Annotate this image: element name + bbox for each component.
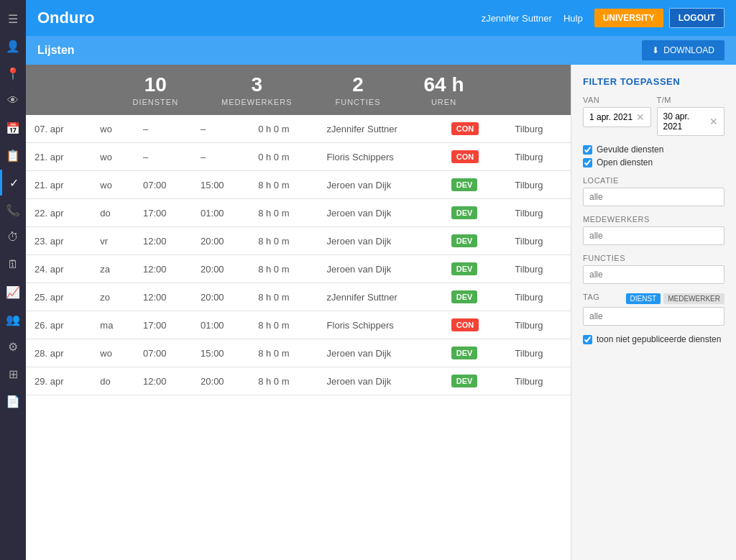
filter-panel: FILTER TOEPASSEN VAN 1 apr. 2021 ✕ T/M 3… xyxy=(571,65,736,560)
locatie-label: LOCATIE xyxy=(583,176,724,185)
cell-start: – xyxy=(134,115,192,143)
cell-day: wo xyxy=(91,171,134,199)
badge-dev: DEV xyxy=(451,290,478,303)
diensten-checkboxes: Gevulde diensten Open diensten xyxy=(583,144,724,167)
cell-start: 12:00 xyxy=(134,255,192,283)
cell-day: wo xyxy=(91,339,134,367)
sidebar-item-check[interactable]: ✓ xyxy=(0,170,26,196)
cell-day: wo xyxy=(91,143,134,171)
table-row[interactable]: 25. apr zo 12:00 20:00 8 h 0 m zJennifer… xyxy=(26,283,571,311)
tm-col: T/M 30 apr. 2021 ✕ xyxy=(657,96,725,136)
cell-start: 07:00 xyxy=(134,339,192,367)
badge-dev: DEV xyxy=(451,206,478,219)
tm-clear-icon[interactable]: ✕ xyxy=(709,116,718,127)
cell-duration: 8 h 0 m xyxy=(249,171,318,199)
cell-date: 28. apr xyxy=(26,339,91,367)
tag-input[interactable] xyxy=(583,307,724,326)
cell-start: – xyxy=(134,143,192,171)
stat-medewerkers: 3 MEDEWERKERS xyxy=(221,73,292,106)
header: Onduro zJennifer Suttner Hulp UNIVERSITY… xyxy=(26,0,736,36)
cell-duration: 0 h 0 m xyxy=(249,143,318,171)
table-row[interactable]: 26. apr ma 17:00 01:00 8 h 0 m Floris Sc… xyxy=(26,311,571,339)
sidebar-item-location[interactable]: 📍 xyxy=(0,60,26,86)
stat-functies-label: FUNCTIES xyxy=(336,98,381,106)
logout-button[interactable]: LOGOUT xyxy=(669,8,724,28)
tag-label: TAG xyxy=(583,293,599,301)
cell-badge: CON xyxy=(443,143,506,171)
download-button[interactable]: ⬇ DOWNLOAD xyxy=(642,40,724,60)
badge-dev: DEV xyxy=(451,234,478,247)
cell-name: Floris Schippers xyxy=(318,311,443,339)
sub-header: Lijsten ⬇ DOWNLOAD xyxy=(26,36,736,65)
tm-label: T/M xyxy=(657,96,725,104)
sidebar-item-schedule[interactable]: 🗓 xyxy=(0,252,26,277)
van-input[interactable]: 1 apr. 2021 ✕ xyxy=(583,107,651,127)
table-row[interactable]: 24. apr za 12:00 20:00 8 h 0 m Jeroen va… xyxy=(26,255,571,283)
university-button[interactable]: UNIVERSITY xyxy=(594,9,663,27)
table-row[interactable]: 21. apr wo – – 0 h 0 m Floris Schippers … xyxy=(26,143,571,171)
cell-duration: 0 h 0 m xyxy=(249,115,318,143)
badge-dev: DEV xyxy=(451,375,478,387)
sidebar-item-settings[interactable]: ⚙ xyxy=(0,334,26,359)
sidebar-item-analytics[interactable]: 📈 xyxy=(0,279,26,305)
gevulde-diensten-checkbox[interactable] xyxy=(583,145,592,155)
cell-location: Tilburg xyxy=(506,311,571,339)
cell-name: Jeroen van Dijk xyxy=(318,199,443,227)
sidebar-item-list[interactable]: 📋 xyxy=(0,142,26,168)
cell-day: ma xyxy=(91,311,134,339)
cell-date: 24. apr xyxy=(26,255,91,283)
van-label: VAN xyxy=(583,96,651,104)
open-diensten-label: Open diensten xyxy=(597,157,653,167)
cell-location: Tilburg xyxy=(506,199,571,227)
sidebar-item-phone[interactable]: 📞 xyxy=(0,197,26,223)
stat-functies-value: 2 xyxy=(336,73,381,96)
sidebar-item-document[interactable]: 📄 xyxy=(0,388,26,414)
stat-uren-label: UREN xyxy=(424,98,464,106)
sidebar-item-view[interactable]: 👁 xyxy=(0,88,26,114)
table-row[interactable]: 23. apr vr 12:00 20:00 8 h 0 m Jeroen va… xyxy=(26,227,571,255)
table-row[interactable]: 21. apr wo 07:00 15:00 8 h 0 m Jeroen va… xyxy=(26,171,571,199)
sidebar-item-team[interactable]: 👥 xyxy=(0,306,26,332)
badge-con: CON xyxy=(451,318,479,331)
table-row[interactable]: 22. apr do 17:00 01:00 8 h 0 m Jeroen va… xyxy=(26,199,571,227)
cell-location: Tilburg xyxy=(506,171,571,199)
cell-location: Tilburg xyxy=(506,367,571,395)
open-diensten-checkbox[interactable] xyxy=(583,158,592,167)
sub-header-actions: ⬇ DOWNLOAD xyxy=(642,40,724,60)
sidebar-item-grid[interactable]: ⊞ xyxy=(0,361,26,387)
cell-badge: DEV xyxy=(443,339,506,367)
tag-btn-dienst[interactable]: DIENST xyxy=(626,293,661,304)
table-row[interactable]: 28. apr wo 07:00 15:00 8 h 0 m Jeroen va… xyxy=(26,339,571,367)
sidebar-item-calendar[interactable]: 📅 xyxy=(0,115,26,141)
cell-location: Tilburg xyxy=(506,339,571,367)
toon-checkbox[interactable] xyxy=(583,335,592,344)
sidebar: ☰ 👤 📍 👁 📅 📋 ✓ 📞 ⏱ 🗓 📈 👥 ⚙ ⊞ 📄 xyxy=(0,0,26,560)
cell-end: 01:00 xyxy=(192,311,249,339)
sidebar-item-timer[interactable]: ⏱ xyxy=(0,224,26,250)
cell-duration: 8 h 0 m xyxy=(249,339,318,367)
cell-start: 07:00 xyxy=(134,171,192,199)
cell-duration: 8 h 0 m xyxy=(249,311,318,339)
cell-day: do xyxy=(91,367,134,395)
sidebar-item-profile[interactable]: 👤 xyxy=(0,33,26,59)
tag-btn-medewerker[interactable]: MEDEWERKER xyxy=(663,293,724,304)
functies-input[interactable] xyxy=(583,265,724,284)
cell-day: wo xyxy=(91,115,134,143)
table-row[interactable]: 29. apr do 12:00 20:00 8 h 0 m Jeroen va… xyxy=(26,367,571,395)
tm-input[interactable]: 30 apr. 2021 ✕ xyxy=(657,107,725,136)
locatie-section: LOCATIE xyxy=(583,176,724,206)
badge-dev: DEV xyxy=(451,346,478,359)
cell-end: 15:00 xyxy=(192,171,249,199)
medewerkers-input[interactable] xyxy=(583,226,724,245)
locatie-input[interactable] xyxy=(583,188,724,206)
header-help[interactable]: Hulp xyxy=(564,13,583,24)
cell-location: Tilburg xyxy=(506,115,571,143)
badge-con: CON xyxy=(451,122,479,135)
stat-uren: 64 h UREN xyxy=(424,73,464,106)
filter-title: FILTER TOEPASSEN xyxy=(583,76,724,87)
cell-name: Jeroen van Dijk xyxy=(318,339,443,367)
sidebar-item-menu[interactable]: ☰ xyxy=(0,6,26,32)
table-row[interactable]: 07. apr wo – – 0 h 0 m zJennifer Suttner… xyxy=(26,115,571,143)
van-clear-icon[interactable]: ✕ xyxy=(636,111,645,123)
stat-uren-value: 64 h xyxy=(424,73,464,96)
